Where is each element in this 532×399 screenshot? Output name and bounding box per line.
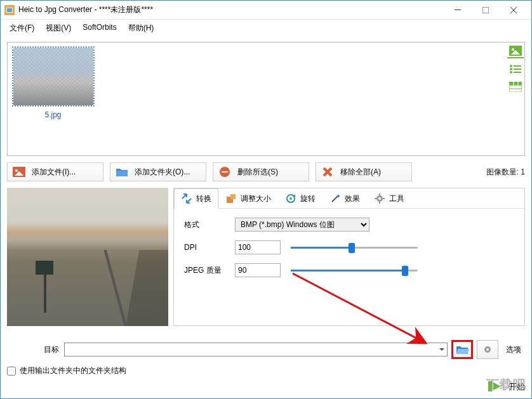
minimize-icon	[455, 7, 461, 13]
menu-help[interactable]: 帮助(H)	[123, 22, 159, 35]
svg-rect-2	[7, 8, 12, 12]
add-file-label: 添加文件(I)...	[32, 167, 76, 178]
format-select[interactable]: BMP (*.bmp) Windows 位图	[235, 218, 369, 232]
action-toolbar: 添加文件(I)... 添加文件夹(O)... 删除所选(S) 移除全部(A) 图…	[7, 162, 525, 181]
destination-combo[interactable]	[64, 343, 448, 356]
jpeg-quality-slider[interactable]	[291, 265, 418, 276]
preserve-folders-label: 使用输出文件夹中的文件夹结构	[20, 365, 126, 376]
folder-icon	[116, 166, 128, 178]
svg-rect-15	[514, 72, 521, 73]
image-icon	[509, 46, 522, 56]
close-icon	[510, 7, 517, 13]
arrows-icon	[181, 193, 192, 204]
thumbnail-filename: 5.jpg	[10, 110, 96, 119]
preserve-folders-checkbox[interactable]	[7, 367, 16, 376]
remove-all-button[interactable]: 移除全部(A)	[316, 162, 412, 181]
destination-label: 目标	[7, 344, 60, 355]
app-icon	[4, 5, 15, 15]
browse-button[interactable]	[451, 340, 473, 359]
tab-tools-label: 工具	[389, 193, 404, 204]
gear-icon	[374, 193, 385, 204]
grid-icon	[509, 82, 522, 92]
view-list-button[interactable]	[507, 62, 524, 76]
jpeg-quality-input[interactable]	[235, 263, 281, 277]
tab-resize-label: 调整大小	[241, 193, 271, 204]
minimize-button[interactable]	[444, 1, 472, 19]
svg-point-22	[15, 169, 18, 172]
remove-selected-button[interactable]: 删除所选(S)	[213, 162, 309, 181]
svg-point-8	[512, 48, 514, 51]
svg-point-35	[378, 197, 381, 200]
svg-rect-4	[482, 7, 489, 13]
svg-rect-24	[116, 171, 128, 176]
view-grid-button[interactable]	[507, 80, 524, 94]
options-label[interactable]: 选项	[502, 344, 525, 355]
svg-rect-39	[383, 198, 385, 199]
list-icon	[509, 64, 522, 74]
svg-point-12	[510, 68, 512, 70]
wand-icon	[329, 193, 341, 204]
options-gear-button[interactable]	[477, 340, 498, 359]
preview-image	[7, 188, 168, 326]
thumbnail-tile[interactable]: 5.jpg	[10, 45, 96, 153]
tab-rotate-label: 旋转	[300, 193, 316, 204]
svg-point-10	[510, 65, 512, 67]
minus-icon	[218, 166, 231, 178]
x-icon	[321, 166, 334, 178]
view-switcher	[507, 42, 526, 94]
svg-point-32	[289, 197, 292, 200]
add-folder-button[interactable]: 添加文件夹(O)...	[110, 162, 206, 181]
remove-selected-label: 删除所选(S)	[237, 167, 278, 178]
tab-resize[interactable]: 调整大小	[218, 188, 278, 209]
format-label: 格式	[184, 219, 230, 230]
svg-rect-16	[509, 82, 522, 85]
dpi-slider[interactable]	[291, 242, 418, 253]
thumbnail-image[interactable]	[12, 46, 95, 107]
tab-strip: 转换 调整大小 旋转 效果 工具	[174, 188, 524, 209]
resize-icon	[225, 193, 237, 204]
close-button[interactable]	[500, 1, 528, 19]
add-file-button[interactable]: 添加文件(I)...	[7, 162, 103, 181]
svg-point-41	[486, 348, 489, 351]
image-count: 图像数量: 1	[486, 167, 525, 178]
image-add-icon	[13, 166, 25, 178]
svg-rect-11	[514, 65, 521, 67]
tab-effects-label: 效果	[345, 193, 360, 204]
svg-rect-26	[222, 171, 228, 173]
maximize-icon	[482, 7, 489, 13]
svg-rect-13	[514, 69, 521, 70]
svg-rect-3	[455, 10, 461, 10]
menu-file[interactable]: 文件(F)	[4, 22, 39, 35]
menu-view[interactable]: 视图(V)	[41, 22, 76, 35]
thumbnail-area[interactable]: 5.jpg	[7, 42, 525, 156]
play-icon	[487, 380, 503, 394]
gear-icon	[482, 344, 493, 355]
svg-point-14	[510, 71, 512, 74]
window-title: Heic to Jpg Converter - ****未注册版****	[18, 4, 444, 15]
svg-rect-30	[230, 194, 236, 199]
dpi-label: DPI	[184, 243, 230, 252]
folder-open-icon	[455, 344, 469, 355]
menu-softorbits[interactable]: SoftOrbits	[77, 22, 121, 35]
tab-convert[interactable]: 转换	[174, 188, 218, 209]
svg-rect-37	[379, 202, 380, 204]
view-thumbnails-button[interactable]	[507, 44, 524, 58]
start-button[interactable]: 开始	[509, 381, 525, 393]
settings-panel: 转换 调整大小 旋转 效果 工具	[173, 188, 525, 326]
rotate-icon	[285, 193, 296, 204]
tab-rotate[interactable]: 旋转	[278, 188, 323, 209]
remove-all-label: 移除全部(A)	[340, 167, 381, 178]
jpeg-quality-label: JPEG 质量	[184, 265, 230, 276]
svg-rect-36	[379, 193, 380, 195]
dpi-input[interactable]	[235, 240, 281, 254]
title-bar: Heic to Jpg Converter - ****未注册版****	[1, 1, 531, 20]
maximize-button[interactable]	[472, 1, 500, 19]
tab-convert-label: 转换	[196, 193, 211, 204]
menu-bar: 文件(F) 视图(V) SoftOrbits 帮助(H)	[1, 20, 531, 38]
tab-effects[interactable]: 效果	[323, 188, 367, 209]
svg-rect-38	[375, 198, 376, 199]
add-folder-label: 添加文件夹(O)...	[135, 167, 190, 178]
tab-tools[interactable]: 工具	[367, 188, 411, 209]
